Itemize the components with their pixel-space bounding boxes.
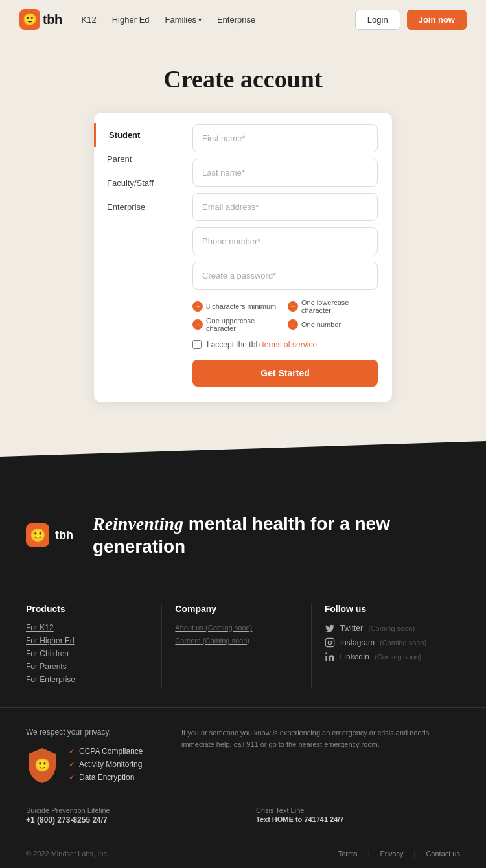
svg-text:🙂: 🙂 bbox=[34, 757, 51, 773]
main-content: Create account Student Parent Faculty/St… bbox=[0, 39, 486, 441]
login-button[interactable]: Login bbox=[355, 10, 400, 30]
contact-link[interactable]: Contact us bbox=[426, 850, 460, 858]
tos-text: I accept the tbh terms of service bbox=[207, 340, 317, 349]
tos-link[interactable]: terms of service bbox=[262, 340, 317, 349]
privacy-title: We respect your privacy. bbox=[26, 727, 156, 737]
privacy-item-ccpa: ✓ CCPA Compliance bbox=[69, 747, 143, 756]
hint-min-chars: → 8 characters minimum bbox=[192, 299, 283, 314]
instagram-icon bbox=[325, 637, 335, 648]
nav-actions: Login Join now bbox=[355, 10, 467, 30]
privacy-item-encryption: ✓ Data Encryption bbox=[69, 773, 143, 782]
tagline-cursive: Reinventing bbox=[93, 514, 183, 534]
privacy-link[interactable]: Privacy bbox=[380, 850, 403, 858]
privacy-section: We respect your privacy. 🙂 ✓ CCPA Compli… bbox=[0, 707, 486, 806]
shield-icon-wrap: 🙂 bbox=[26, 747, 58, 787]
footer-tagline: Reinventing mental health for a new gene… bbox=[93, 512, 460, 558]
footer-hero: 🙂 tbh Reinventing mental health for a ne… bbox=[0, 480, 486, 584]
form-sidebar: Student Parent Faculty/Staff Enterprise bbox=[94, 113, 178, 402]
bottom-links: Terms | Privacy | Contact us bbox=[338, 850, 460, 858]
password-hints: → 8 characters minimum → One lowercase c… bbox=[192, 299, 378, 332]
svg-rect-4 bbox=[325, 638, 334, 646]
company-title: Company bbox=[175, 604, 297, 614]
footer-col-company: Company About us (Coming soon) Careers (… bbox=[161, 604, 310, 688]
check-icon-1: ✓ bbox=[69, 760, 75, 769]
svg-point-5 bbox=[328, 641, 331, 644]
password-input[interactable] bbox=[192, 262, 378, 290]
crisis-section: Suicide Prevention Lifeline +1 (800) 273… bbox=[0, 806, 486, 838]
footer-link-about[interactable]: About us (Coming soon) bbox=[175, 623, 297, 632]
tos-row: I accept the tbh terms of service bbox=[192, 340, 378, 349]
privacy-left: We respect your privacy. 🙂 ✓ CCPA Compli… bbox=[26, 727, 156, 787]
chevron-down-icon: ▾ bbox=[198, 16, 202, 23]
social-twitter: Twitter (Coming soon) bbox=[325, 623, 447, 634]
sidebar-item-enterprise[interactable]: Enterprise bbox=[94, 195, 178, 219]
hint-uppercase: → One uppercase character bbox=[192, 317, 283, 332]
footer-logo-text: tbh bbox=[55, 529, 73, 542]
follow-title: Follow us bbox=[325, 604, 447, 614]
hint-icon-0: → bbox=[192, 301, 203, 312]
phone-input[interactable] bbox=[192, 227, 378, 255]
bottom-bar: © 2022 Mindset Labs, Inc. Terms | Privac… bbox=[0, 838, 486, 868]
footer-link-k12[interactable]: For K12 bbox=[26, 623, 148, 632]
page-title: Create account bbox=[13, 65, 473, 93]
twitter-icon bbox=[325, 623, 335, 634]
footer-logo: 🙂 tbh bbox=[26, 523, 73, 547]
nav-k12[interactable]: K12 bbox=[82, 15, 97, 25]
footer-columns: Products For K12 For Higher Ed For Child… bbox=[0, 584, 486, 707]
footer-col-follow: Follow us Twitter (Coming soon) Instagra… bbox=[311, 604, 460, 688]
sidebar-item-student[interactable]: Student bbox=[94, 123, 178, 147]
hint-icon-3: → bbox=[288, 319, 298, 330]
svg-text:🙂: 🙂 bbox=[30, 527, 46, 543]
tos-checkbox[interactable] bbox=[192, 340, 202, 349]
footer-link-parents[interactable]: For Parents bbox=[26, 662, 148, 671]
footer-link-children[interactable]: For Children bbox=[26, 649, 148, 658]
last-name-input[interactable] bbox=[192, 159, 378, 187]
form-main: → 8 characters minimum → One lowercase c… bbox=[178, 113, 392, 402]
check-icon-0: ✓ bbox=[69, 747, 75, 756]
footer-dark: 🙂 tbh Reinventing mental health for a ne… bbox=[0, 480, 486, 868]
join-button[interactable]: Join now bbox=[407, 10, 467, 30]
hint-number: → One number bbox=[288, 317, 378, 332]
privacy-shield: 🙂 ✓ CCPA Compliance ✓ Activity Monitorin… bbox=[26, 747, 156, 787]
svg-point-7 bbox=[325, 652, 327, 654]
logo[interactable]: 🙂 tbh bbox=[19, 9, 62, 30]
svg-text:🙂: 🙂 bbox=[23, 12, 38, 27]
footer-logo-icon: 🙂 bbox=[26, 523, 49, 547]
copyright: © 2022 Mindset Labs, Inc. bbox=[26, 850, 109, 858]
footer-link-higher-ed[interactable]: For Higher Ed bbox=[26, 636, 148, 645]
nav-higher-ed[interactable]: Higher Ed bbox=[112, 15, 150, 25]
email-input[interactable] bbox=[192, 193, 378, 221]
divider-1: | bbox=[368, 850, 370, 858]
first-name-input[interactable] bbox=[192, 124, 378, 152]
privacy-items: ✓ CCPA Compliance ✓ Activity Monitoring … bbox=[69, 747, 143, 782]
privacy-right: If you or someone you know is experienci… bbox=[181, 727, 460, 787]
terms-link[interactable]: Terms bbox=[338, 850, 358, 858]
svg-point-6 bbox=[332, 640, 332, 641]
social-linkedin: LinkedIn (Coming soon) bbox=[325, 652, 447, 662]
hint-lowercase: → One lowercase character bbox=[288, 299, 378, 314]
privacy-item-activity: ✓ Activity Monitoring bbox=[69, 760, 143, 769]
form-card: Student Parent Faculty/Staff Enterprise … bbox=[94, 113, 392, 402]
footer-link-enterprise[interactable]: For Enterprise bbox=[26, 675, 148, 684]
hint-icon-2: → bbox=[192, 319, 203, 330]
nav-enterprise[interactable]: Enterprise bbox=[217, 15, 255, 25]
linkedin-icon bbox=[325, 652, 335, 662]
logo-text: tbh bbox=[43, 12, 62, 27]
sidebar-item-faculty[interactable]: Faculty/Staff bbox=[94, 171, 178, 195]
diagonal-cut bbox=[0, 441, 486, 480]
divider-2: | bbox=[414, 850, 416, 858]
footer-link-careers[interactable]: Careers (Coming soon) bbox=[175, 636, 297, 645]
check-icon-2: ✓ bbox=[69, 773, 75, 782]
nav-links: K12 Higher Ed Families▾ Enterprise bbox=[82, 15, 355, 25]
footer-col-products: Products For K12 For Higher Ed For Child… bbox=[26, 604, 161, 688]
sidebar-item-parent[interactable]: Parent bbox=[94, 147, 178, 171]
tbh-logo-icon: 🙂 bbox=[19, 9, 40, 30]
crisis-lifeline: Suicide Prevention Lifeline +1 (800) 273… bbox=[26, 806, 230, 825]
hint-icon-1: → bbox=[288, 301, 298, 312]
nav-families[interactable]: Families▾ bbox=[165, 15, 202, 25]
products-title: Products bbox=[26, 604, 148, 614]
get-started-button[interactable]: Get Started bbox=[192, 360, 378, 387]
shield-icon: 🙂 bbox=[26, 747, 58, 784]
crisis-text-line: Crisis Text Line Text HOME to 741741 24/… bbox=[256, 806, 460, 825]
navbar: 🙂 tbh K12 Higher Ed Families▾ Enterprise… bbox=[0, 0, 486, 39]
